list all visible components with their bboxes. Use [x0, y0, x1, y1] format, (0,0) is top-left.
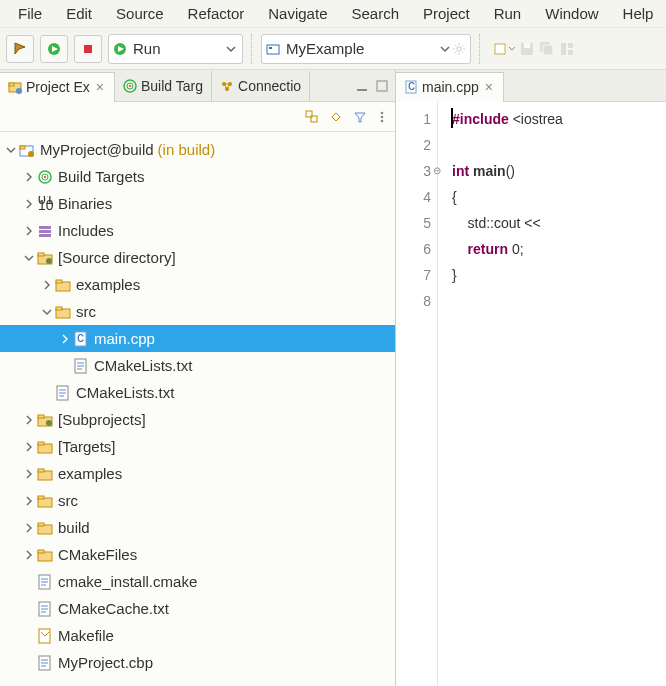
- tree-item[interactable]: [Targets]: [0, 433, 395, 460]
- left-pane: Project Ex×Build TargConnectio MyProject…: [0, 70, 396, 686]
- link-editor-icon[interactable]: [329, 110, 343, 124]
- svg-text:c: c: [408, 80, 415, 93]
- srcdir-icon: [36, 411, 54, 429]
- twisty-icon[interactable]: [22, 442, 36, 452]
- proj-icon: [18, 141, 36, 159]
- chevron-down-icon: [440, 44, 450, 54]
- tree-item[interactable]: build: [0, 514, 395, 541]
- launch-config-label: Run: [127, 40, 224, 57]
- tree-item[interactable]: src: [0, 487, 395, 514]
- tree-item[interactable]: cmake_install.cmake: [0, 568, 395, 595]
- save-icon[interactable]: [519, 41, 535, 57]
- folder-icon: [36, 465, 54, 483]
- tree-item[interactable]: CMakeLists.txt: [0, 352, 395, 379]
- menu-help[interactable]: Help: [613, 3, 664, 24]
- tree-item[interactable]: examples: [0, 460, 395, 487]
- filter-icon[interactable]: [353, 110, 367, 124]
- menu-window[interactable]: Window: [535, 3, 608, 24]
- project-tree[interactable]: MyProject@build(in build)Build Targets01…: [0, 132, 395, 686]
- tree-item[interactable]: [Source directory]: [0, 244, 395, 271]
- folder-icon: [36, 438, 54, 456]
- tree-item[interactable]: src: [0, 298, 395, 325]
- menu-project[interactable]: Project: [413, 3, 480, 24]
- svg-point-43: [44, 176, 46, 178]
- twisty-icon[interactable]: [22, 253, 36, 263]
- svg-point-40: [28, 151, 34, 157]
- twisty-icon[interactable]: [22, 415, 36, 425]
- menu-refactor[interactable]: Refactor: [178, 3, 255, 24]
- gear-icon[interactable]: [452, 42, 466, 56]
- menu-run[interactable]: Run: [484, 3, 532, 24]
- project-select[interactable]: MyExample: [261, 34, 471, 64]
- twisty-icon[interactable]: [58, 334, 72, 344]
- close-icon[interactable]: ×: [483, 79, 495, 95]
- tree-item[interactable]: CMakeFiles: [0, 541, 395, 568]
- perspective-icon[interactable]: [559, 41, 575, 57]
- view-tab-project-explorer[interactable]: Project Ex×: [0, 72, 115, 102]
- tree-item[interactable]: MyProject.cbp: [0, 649, 395, 676]
- save-all-icon[interactable]: [539, 41, 555, 57]
- menu-search[interactable]: Search: [341, 3, 409, 24]
- twisty-icon[interactable]: [22, 550, 36, 560]
- svg-rect-78: [38, 550, 44, 553]
- tree-item[interactable]: MyProject@build(in build): [0, 136, 395, 163]
- tree-item[interactable]: Includes: [0, 217, 395, 244]
- menu-source[interactable]: Source: [106, 3, 174, 24]
- twisty-icon[interactable]: [22, 469, 36, 479]
- view-tab-connections[interactable]: Connectio: [212, 71, 310, 101]
- view-tab-build-targets[interactable]: Build Targ: [115, 71, 212, 101]
- svg-rect-31: [357, 89, 367, 91]
- tree-item[interactable]: CMakeCache.txt: [0, 595, 395, 622]
- minimize-icon[interactable]: [355, 79, 369, 93]
- run-button[interactable]: [40, 35, 68, 63]
- tree-item[interactable]: examples: [0, 271, 395, 298]
- target-icon: [36, 168, 54, 186]
- tree-label: main.cpp: [94, 330, 155, 347]
- tree-label: [Subprojects]: [58, 411, 146, 428]
- tree-item[interactable]: Makefile: [0, 622, 395, 649]
- tree-label: Makefile: [58, 627, 114, 644]
- twisty-icon[interactable]: [22, 199, 36, 209]
- svg-rect-47: [39, 230, 51, 233]
- view-menu-icon[interactable]: [377, 110, 387, 124]
- twisty-icon[interactable]: [22, 226, 36, 236]
- svg-rect-70: [38, 442, 44, 445]
- tree-item[interactable]: CMakeLists.txt: [0, 379, 395, 406]
- svg-point-68: [46, 420, 52, 426]
- twisty-icon[interactable]: [4, 145, 18, 155]
- launch-config-select[interactable]: Run: [108, 34, 243, 64]
- cfile-icon: c: [72, 330, 90, 348]
- close-icon[interactable]: ×: [94, 79, 106, 95]
- tree-label: Build Targets: [58, 168, 144, 185]
- stop-button[interactable]: [74, 35, 102, 63]
- twisty-icon[interactable]: [40, 280, 54, 290]
- tree-label: [Targets]: [58, 438, 116, 455]
- code-editor[interactable]: 123⊖45678 #include <iostrea int main(){ …: [396, 102, 666, 686]
- new-dropdown-icon[interactable]: [493, 41, 515, 57]
- menu-edit[interactable]: Edit: [56, 3, 102, 24]
- file-icon: [36, 654, 54, 672]
- twisty-icon[interactable]: [22, 172, 36, 182]
- tree-item[interactable]: [Subprojects]: [0, 406, 395, 433]
- tree-item[interactable]: Build Targets: [0, 163, 395, 190]
- menu-file[interactable]: File: [8, 3, 52, 24]
- tree-label: Includes: [58, 222, 114, 239]
- build-button[interactable]: [6, 35, 34, 63]
- svg-point-5: [457, 46, 461, 50]
- menu-navigate[interactable]: Navigate: [258, 3, 337, 24]
- tree-item[interactable]: cmain.cpp: [0, 325, 395, 352]
- twisty-icon[interactable]: [22, 496, 36, 506]
- collapse-all-icon[interactable]: [305, 110, 319, 124]
- tree-label: cmake_install.cmake: [58, 573, 197, 590]
- mkfile-icon: [36, 627, 54, 645]
- twisty-icon[interactable]: [22, 523, 36, 533]
- code-area[interactable]: #include <iostrea int main(){ std::cout …: [438, 102, 563, 686]
- maximize-icon[interactable]: [375, 79, 389, 93]
- tree-item[interactable]: 0110Binaries: [0, 190, 395, 217]
- editor-tab-main-cpp[interactable]: c main.cpp ×: [396, 72, 504, 102]
- tree-label: MyProject.cbp: [58, 654, 153, 671]
- file-icon: [36, 600, 54, 618]
- twisty-icon[interactable]: [40, 307, 54, 317]
- folder-icon: [36, 492, 54, 510]
- tree-label: MyProject@build: [40, 141, 154, 158]
